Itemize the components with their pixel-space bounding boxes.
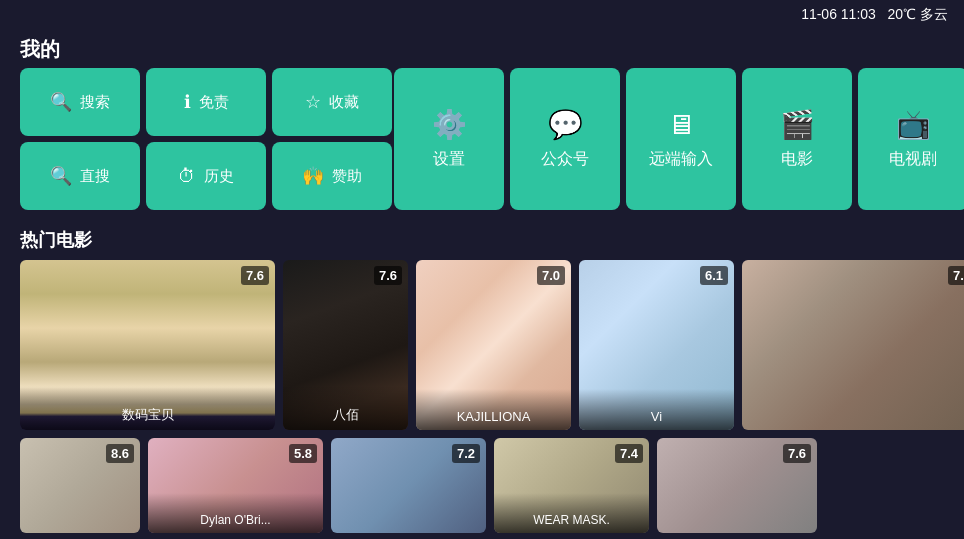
movie-title-1: 八佰 xyxy=(283,386,408,430)
large-btn-公众号[interactable]: 💬公众号 xyxy=(510,68,620,210)
large-btn-icon-1: 💬 xyxy=(548,108,583,141)
movie-score-r2-2: 7.2 xyxy=(452,444,480,463)
movie-title-r2-1: Dylan O'Bri... xyxy=(148,493,323,533)
my-section-label: 我的 xyxy=(20,36,60,63)
large-btn-远端输入[interactable]: 🖥远端输入 xyxy=(626,68,736,210)
movie-title-3: Vi xyxy=(579,389,734,430)
movie-card-r2-1[interactable]: 5.8Dylan O'Bri... xyxy=(148,438,323,533)
movies-row-1: 7.6数码宝贝7.6八佰7.0KAJILLIONA6.1Vi7.1 xyxy=(20,260,964,430)
large-menu-grid: ⚙️设置💬公众号🖥远端输入🎬电影📺电视剧 xyxy=(394,68,964,210)
btn-icon-0: 🔍 xyxy=(50,91,72,113)
movie-score-1: 7.6 xyxy=(374,266,402,285)
btn-icon-1: ℹ xyxy=(184,91,191,113)
large-btn-icon-4: 📺 xyxy=(896,108,931,141)
movie-title-0: 数码宝贝 xyxy=(20,386,275,430)
large-btn-电视剧[interactable]: 📺电视剧 xyxy=(858,68,964,210)
movie-card-0[interactable]: 7.6数码宝贝 xyxy=(20,260,275,430)
movie-score-3: 6.1 xyxy=(700,266,728,285)
movies-row-2: 8.65.8Dylan O'Bri...7.27.4WEAR MASK.7.6 xyxy=(20,438,964,533)
weather: 20℃ 多云 xyxy=(888,6,948,22)
small-btn-收藏[interactable]: ☆收藏 xyxy=(272,68,392,136)
movie-score-r2-0: 8.6 xyxy=(106,444,134,463)
small-btn-直搜[interactable]: 🔍直搜 xyxy=(20,142,140,210)
large-btn-label-2: 远端输入 xyxy=(649,149,713,170)
movie-score-2: 7.0 xyxy=(537,266,565,285)
movie-score-4: 7.1 xyxy=(948,266,964,285)
large-btn-icon-3: 🎬 xyxy=(780,108,815,141)
btn-label-5: 赞助 xyxy=(332,167,362,186)
movie-title-r2-3: WEAR MASK. xyxy=(494,493,649,533)
movie-card-1[interactable]: 7.6八佰 xyxy=(283,260,408,430)
btn-label-4: 历史 xyxy=(204,167,234,186)
movie-score-0: 7.6 xyxy=(241,266,269,285)
movie-title-2: KAJILLIONA xyxy=(416,389,571,430)
large-btn-label-1: 公众号 xyxy=(541,149,589,170)
large-btn-label-0: 设置 xyxy=(433,149,465,170)
large-btn-label-3: 电影 xyxy=(781,149,813,170)
btn-label-3: 直搜 xyxy=(80,167,110,186)
small-menu-grid: 🔍搜索ℹ免责☆收藏🔍直搜⏱历史🙌赞助 xyxy=(20,68,392,210)
movie-card-r2-4[interactable]: 7.6 xyxy=(657,438,817,533)
small-btn-搜索[interactable]: 🔍搜索 xyxy=(20,68,140,136)
btn-label-1: 免责 xyxy=(199,93,229,112)
btn-label-2: 收藏 xyxy=(329,93,359,112)
large-btn-设置[interactable]: ⚙️设置 xyxy=(394,68,504,210)
btn-icon-4: ⏱ xyxy=(178,166,196,187)
btn-icon-5: 🙌 xyxy=(302,165,324,187)
large-btn-icon-0: ⚙️ xyxy=(432,108,467,141)
large-btn-电影[interactable]: 🎬电影 xyxy=(742,68,852,210)
btn-icon-2: ☆ xyxy=(305,91,321,113)
large-btn-icon-2: 🖥 xyxy=(667,108,695,141)
movie-card-r2-3[interactable]: 7.4WEAR MASK. xyxy=(494,438,649,533)
small-btn-免责[interactable]: ℹ免责 xyxy=(146,68,266,136)
movie-score-r2-4: 7.6 xyxy=(783,444,811,463)
btn-icon-3: 🔍 xyxy=(50,165,72,187)
hot-movies-label: 热门电影 xyxy=(20,228,92,252)
small-btn-赞助[interactable]: 🙌赞助 xyxy=(272,142,392,210)
movie-card-2[interactable]: 7.0KAJILLIONA xyxy=(416,260,571,430)
large-btn-label-4: 电视剧 xyxy=(889,149,937,170)
btn-label-0: 搜索 xyxy=(80,93,110,112)
small-btn-历史[interactable]: ⏱历史 xyxy=(146,142,266,210)
movie-card-r2-0[interactable]: 8.6 xyxy=(20,438,140,533)
movie-card-4[interactable]: 7.1 xyxy=(742,260,964,430)
movie-card-r2-2[interactable]: 7.2 xyxy=(331,438,486,533)
movie-score-r2-3: 7.4 xyxy=(615,444,643,463)
datetime: 11-06 11:03 xyxy=(801,6,876,22)
movie-card-3[interactable]: 6.1Vi xyxy=(579,260,734,430)
status-bar: 11-06 11:03 20℃ 多云 xyxy=(785,0,964,30)
movie-score-r2-1: 5.8 xyxy=(289,444,317,463)
